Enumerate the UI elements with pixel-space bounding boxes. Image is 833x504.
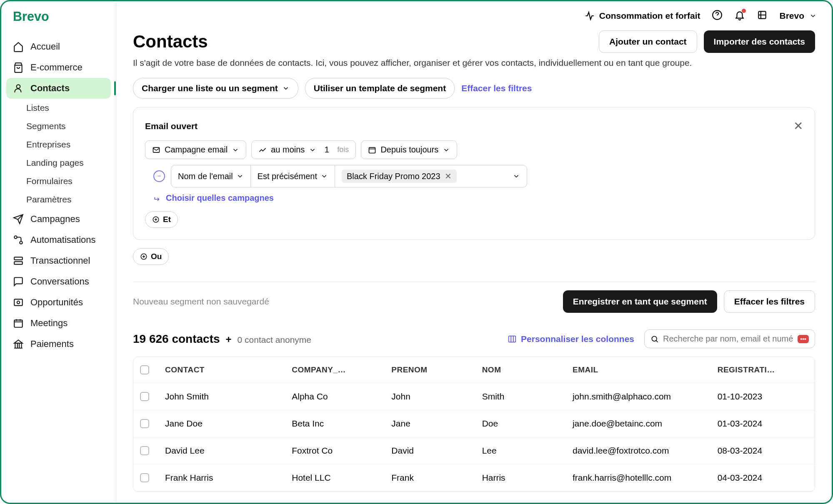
select-all-checkbox[interactable] (140, 365, 149, 374)
col-prenom[interactable]: PRENOM (391, 365, 482, 374)
cell-reg: 01-03-2024 (718, 419, 808, 429)
add-and-condition[interactable]: Et (145, 211, 178, 228)
clear-filters-button[interactable]: Effacer les filtres (724, 290, 815, 313)
filter-title: Email ouvert (145, 121, 198, 131)
count-input[interactable] (320, 145, 333, 155)
sidebar: Brevo Accueil E-commerce Contacts Listes… (1, 1, 116, 503)
remove-chip-button[interactable]: ✕ (445, 171, 452, 181)
at-least-control[interactable]: au moins fois (251, 140, 356, 159)
profile-menu[interactable]: Brevo (779, 11, 817, 21)
sidebar-item-contacts[interactable]: Contacts (6, 78, 111, 99)
svg-point-7 (17, 301, 20, 304)
load-list-dropdown[interactable]: Charger une liste ou un segment (133, 78, 298, 99)
table-row[interactable]: Jane Doe Beta Inc Jane Doe jane.doe@beta… (133, 410, 815, 437)
chevron-down-icon (282, 85, 290, 92)
chevron-down-icon (809, 12, 817, 20)
sidebar-item-label: E-commerce (30, 62, 83, 73)
contact-count: 19 626 contacts (133, 332, 220, 346)
sidebar-item-ecommerce[interactable]: E-commerce (1, 57, 116, 78)
cell-email: john.smith@alphaco.com (573, 392, 718, 402)
user-icon (13, 83, 24, 94)
cell-prenom: Jane (391, 419, 482, 429)
apps-button[interactable] (757, 10, 768, 22)
row-checkbox[interactable] (140, 446, 149, 455)
sidebar-sub-listes[interactable]: Listes (26, 99, 116, 117)
sidebar-sub-segments[interactable]: Segments (26, 117, 116, 135)
return-arrow-icon (153, 194, 162, 202)
table-row[interactable]: John Smith Alpha Co John Smith john.smit… (133, 383, 815, 410)
consumption-link[interactable]: Consommation et forfait (584, 10, 700, 21)
customize-label: Personnaliser les colonnes (521, 334, 634, 344)
table-row[interactable]: David Lee Foxtrot Co David Lee david.lee… (133, 437, 815, 464)
import-contacts-button[interactable]: Importer des contacts (704, 30, 815, 53)
cell-company: Alpha Co (292, 392, 391, 402)
table-row[interactable]: Frank Harris Hotel LLC Frank Harris fran… (133, 464, 815, 492)
sidebar-sub-formulaires[interactable]: Formulaires (26, 172, 116, 190)
notifications-button[interactable] (734, 10, 745, 22)
plus-circle-icon (140, 253, 148, 260)
remove-condition-button[interactable]: − (153, 170, 165, 182)
sidebar-item-accueil[interactable]: Accueil (1, 36, 116, 57)
sidebar-item-label: Conversations (30, 276, 89, 287)
row-checkbox[interactable] (140, 419, 149, 428)
sidebar-item-opportunites[interactable]: Opportunités (1, 292, 116, 313)
search-box[interactable]: ••• (644, 329, 815, 348)
search-badge: ••• (798, 335, 809, 343)
col-registration[interactable]: REGISTRATI… (718, 365, 808, 374)
columns-icon (508, 334, 517, 344)
help-button[interactable] (712, 10, 723, 22)
sidebar-sub-entreprises[interactable]: Entreprises (26, 135, 116, 154)
add-contact-button[interactable]: Ajouter un contact (599, 30, 697, 53)
col-email[interactable]: EMAIL (573, 365, 718, 374)
save-segment-button[interactable]: Enregistrer en tant que segment (563, 290, 717, 313)
svg-rect-6 (14, 299, 23, 305)
cell-contact: Frank Harris (165, 473, 292, 483)
consumption-label: Consommation et forfait (599, 11, 700, 21)
campaign-type-dropdown[interactable]: Campagne email (145, 140, 246, 159)
col-contact[interactable]: CONTACT (165, 365, 292, 374)
sidebar-item-label: Automatisations (30, 235, 96, 245)
sidebar-item-automatisations[interactable]: Automatisations (1, 230, 116, 250)
choose-campaigns-link[interactable]: Choisir quelles campagnes (153, 193, 803, 203)
svg-point-3 (20, 241, 23, 244)
sidebar-item-transactionnel[interactable]: Transactionnel (1, 250, 116, 271)
apps-icon (757, 10, 768, 20)
operator-dropdown[interactable]: Est précisément (251, 165, 335, 187)
plus-circle-icon (152, 216, 160, 223)
sidebar-item-label: Campagnes (30, 214, 80, 225)
sidebar-item-meetings[interactable]: Meetings (1, 313, 116, 334)
svg-point-2 (14, 236, 17, 239)
col-company[interactable]: COMPANY_… (292, 365, 391, 374)
use-template-button[interactable]: Utiliser un template de segment (305, 78, 455, 99)
cell-nom: Smith (482, 392, 573, 402)
since-dropdown[interactable]: Depuis toujours (361, 140, 457, 159)
row-checkbox[interactable] (140, 392, 149, 401)
search-input[interactable] (663, 334, 793, 344)
sidebar-item-paiements[interactable]: Paiements (1, 334, 116, 354)
svg-rect-4 (14, 257, 23, 260)
sidebar-sub-landing[interactable]: Landing pages (26, 154, 116, 172)
field-name-dropdown[interactable]: Nom de l'email (171, 165, 251, 187)
close-filter-button[interactable]: ✕ (793, 119, 803, 133)
col-nom[interactable]: NOM (482, 365, 573, 374)
operator-label: Est précisément (258, 172, 317, 181)
profile-name: Brevo (779, 11, 804, 21)
value-select[interactable]: Black Friday Promo 2023 ✕ (335, 165, 527, 187)
pulse-icon (584, 10, 595, 21)
row-checkbox[interactable] (140, 473, 149, 482)
help-icon (712, 10, 723, 20)
calendar-icon (13, 318, 24, 329)
calendar-icon (368, 146, 376, 154)
or-label: Ou (151, 252, 162, 261)
chevron-down-icon (513, 172, 520, 180)
sidebar-item-campagnes[interactable]: Campagnes (1, 209, 116, 230)
brand-logo[interactable]: Brevo (1, 10, 116, 36)
svg-rect-5 (14, 262, 23, 264)
customize-columns-button[interactable]: Personnaliser les colonnes (508, 334, 634, 344)
add-or-condition[interactable]: Ou (133, 248, 169, 265)
sidebar-item-conversations[interactable]: Conversations (1, 271, 116, 292)
sidebar-sub-parametres[interactable]: Paramètres (26, 190, 116, 209)
cell-reg: 04-03-2024 (718, 473, 808, 483)
cell-reg: 08-03-2024 (718, 446, 808, 456)
clear-filters-link[interactable]: Effacer les filtres (461, 83, 532, 93)
